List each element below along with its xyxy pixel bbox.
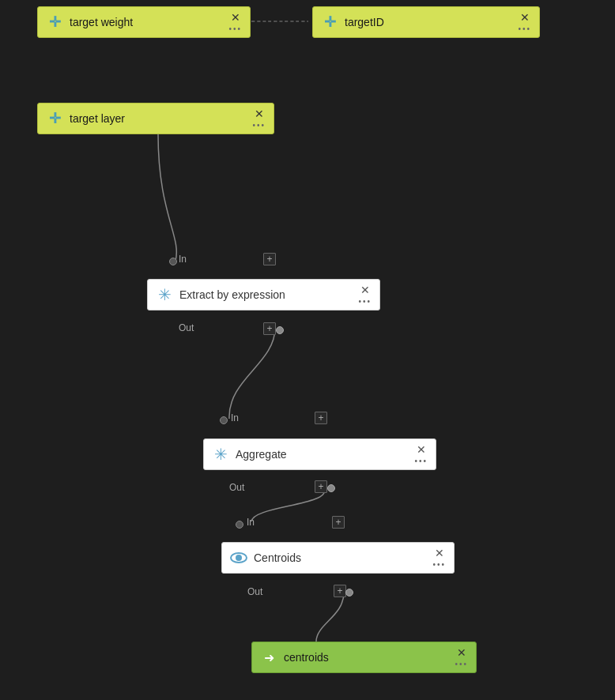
node-target-weight: ✛ target weight ✕ ••• — [37, 6, 251, 38]
node-target-weight-label: target weight — [70, 16, 222, 28]
node-target-layer-close[interactable]: ✕ — [255, 108, 264, 119]
aggregate-in-plus-btn[interactable]: + — [315, 412, 327, 424]
node-centroids: Centroids ✕ ••• — [221, 542, 455, 574]
aggregate-in-port-dot — [220, 416, 228, 424]
oval-icon-centroids — [230, 549, 247, 566]
aggregate-out-port-label: Out — [229, 482, 244, 493]
node-target-id: ✛ targetID ✕ ••• — [312, 6, 540, 38]
node-target-layer-menu[interactable]: ••• — [252, 121, 266, 130]
node-extract-actions: ✕ ••• — [358, 284, 372, 306]
extract-out-port-label: Out — [179, 322, 194, 333]
plus-cross-icon: ✛ — [46, 13, 63, 31]
extract-out-port-dot — [276, 326, 284, 334]
node-aggregate-actions: ✕ ••• — [414, 444, 428, 465]
node-target-id-close[interactable]: ✕ — [520, 12, 530, 23]
centroids-in-port-label: In — [247, 517, 255, 528]
node-centroids-output-menu[interactable]: ••• — [455, 660, 468, 668]
node-target-layer-label: target layer — [70, 112, 246, 125]
node-target-layer: ✛ target layer ✕ ••• — [37, 103, 274, 134]
node-aggregate: ✳ Aggregate ✕ ••• — [203, 438, 436, 470]
node-extract-menu[interactable]: ••• — [358, 297, 372, 306]
snowflake-icon-aggregate: ✳ — [212, 446, 229, 463]
node-target-id-label: targetID — [345, 16, 511, 28]
node-centroids-output-label: centroids — [284, 651, 448, 664]
node-centroids-close[interactable]: ✕ — [435, 548, 444, 559]
centroids-out-plus-btn[interactable]: + — [334, 585, 346, 597]
node-target-layer-actions: ✕ ••• — [252, 108, 266, 130]
node-centroids-output: ➜ centroids ✕ ••• — [251, 642, 477, 673]
node-aggregate-menu[interactable]: ••• — [414, 457, 428, 465]
node-extract-label: Extract by expression — [179, 288, 352, 301]
aggregate-out-plus-btn[interactable]: + — [315, 480, 327, 493]
node-target-weight-close[interactable]: ✕ — [231, 12, 240, 23]
node-centroids-output-actions: ✕ ••• — [455, 647, 468, 668]
node-target-weight-actions: ✕ ••• — [228, 12, 242, 33]
aggregate-in-port-label: In — [231, 412, 239, 423]
node-target-weight-menu[interactable]: ••• — [228, 24, 242, 33]
centroids-out-port-dot — [345, 589, 353, 597]
node-centroids-menu[interactable]: ••• — [432, 560, 446, 569]
node-target-id-menu[interactable]: ••• — [518, 24, 531, 33]
node-aggregate-close[interactable]: ✕ — [417, 444, 426, 455]
canvas: ✛ target weight ✕ ••• ✛ targetID ✕ ••• ✛… — [0, 0, 615, 700]
centroids-in-port-dot — [236, 521, 243, 529]
arrow-icon-centroids-output: ➜ — [260, 649, 277, 666]
plus-cross-icon-2: ✛ — [321, 13, 338, 31]
centroids-in-plus-btn[interactable]: + — [332, 516, 345, 529]
node-extract-close[interactable]: ✕ — [360, 284, 370, 295]
snowflake-icon-extract: ✳ — [156, 286, 173, 303]
node-centroids-label: Centroids — [254, 551, 426, 564]
extract-in-port-label: In — [179, 254, 187, 265]
node-extract-by-expression: ✳ Extract by expression ✕ ••• — [147, 279, 380, 310]
node-aggregate-label: Aggregate — [236, 448, 408, 461]
plus-cross-icon-3: ✛ — [46, 110, 63, 127]
extract-in-port-dot — [169, 258, 177, 265]
node-target-id-actions: ✕ ••• — [518, 12, 531, 33]
node-centroids-actions: ✕ ••• — [432, 548, 446, 569]
aggregate-out-port-dot — [327, 484, 335, 492]
extract-in-plus-btn[interactable]: + — [263, 253, 276, 265]
centroids-out-port-label: Out — [247, 586, 262, 597]
extract-out-plus-btn[interactable]: + — [263, 322, 276, 335]
node-centroids-output-close[interactable]: ✕ — [457, 647, 466, 658]
